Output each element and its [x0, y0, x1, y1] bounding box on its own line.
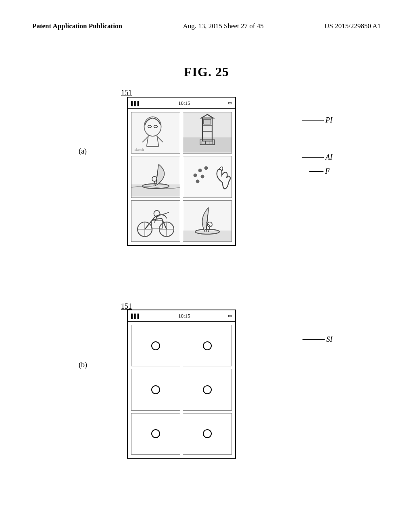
anime-image: sketch [131, 112, 180, 153]
diagram-a-ref-number: 151 [121, 89, 132, 97]
select-cell-1 [131, 325, 180, 366]
label-ai: AI [325, 153, 332, 162]
diagram-b-label: (b) [79, 361, 87, 369]
svg-text:sketch: sketch [135, 148, 144, 152]
photo-cell-6 [183, 200, 232, 242]
ai-label-group: AI [302, 153, 332, 162]
select-cell-4 [183, 369, 232, 410]
header-left-text: Patent Application Publication [32, 22, 122, 30]
battery-icon-a: ▭ [228, 100, 232, 106]
status-bar-b: ▌▌▌ 10:15 ▭ [128, 310, 235, 322]
select-cell-3 [131, 369, 180, 410]
circle-4 [203, 385, 212, 394]
lighthouse-image [183, 112, 232, 153]
select-cell-6 [183, 413, 232, 455]
phone-frame-a: ▌▌▌ 10:15 ▭ sketch [127, 97, 236, 246]
f-label-group: F [309, 167, 330, 176]
signal-icon-b: ▌▌▌ [131, 314, 140, 318]
phone-frame-b: ▌▌▌ 10:15 ▭ [127, 310, 236, 459]
circle-3 [151, 385, 160, 394]
time-display-a: 10:15 [178, 100, 190, 106]
svg-point-29 [204, 166, 208, 170]
status-bar-a: ▌▌▌ 10:15 ▭ [128, 98, 235, 109]
header-center-text: Aug. 13, 2015 Sheet 27 of 45 [183, 22, 263, 30]
photo-cell-4-ai [183, 156, 232, 197]
arrow-pi [302, 120, 324, 121]
svg-point-30 [194, 174, 197, 177]
motorbike-image [131, 201, 180, 241]
time-display-b: 10:15 [178, 313, 190, 319]
svg-point-28 [198, 169, 202, 172]
windsurfer-image [131, 156, 180, 197]
page-header: Patent Application Publication Aug. 13, … [0, 22, 413, 30]
photo-cell-3 [131, 156, 180, 197]
select-cell-2 [183, 325, 232, 366]
label-f: F [325, 167, 330, 176]
si-label-group: SI [302, 335, 332, 344]
diagram-a-label: (a) [79, 147, 87, 156]
figure-title: FIG. 25 [0, 64, 413, 79]
svg-rect-44 [183, 231, 232, 241]
dots-area [183, 156, 232, 197]
header-right-text: US 2015/229850 A1 [324, 22, 381, 30]
svg-point-31 [201, 175, 204, 179]
circle-5 [151, 429, 160, 438]
windsurfer2-image [183, 201, 232, 241]
svg-point-32 [196, 180, 200, 183]
select-cell-5 [131, 413, 180, 455]
circle-1 [151, 341, 160, 350]
signal-icon-a: ▌▌▌ [131, 101, 140, 106]
arrow-f [309, 171, 323, 172]
pi-label-group: PI [302, 116, 332, 125]
svg-rect-27 [183, 157, 232, 197]
circle-6 [203, 429, 212, 438]
circle-2 [203, 341, 212, 350]
label-pi: PI [325, 116, 332, 125]
selection-grid-b [128, 322, 235, 458]
arrow-si [302, 339, 325, 340]
photo-grid-a: sketch [128, 109, 235, 245]
label-si: SI [326, 335, 332, 344]
svg-rect-15 [204, 119, 211, 124]
photo-cell-5 [131, 200, 180, 242]
photo-cell-2 [183, 112, 232, 154]
arrow-ai [302, 157, 324, 158]
photo-cell-1: sketch [131, 112, 180, 154]
battery-icon-b: ▭ [228, 313, 232, 318]
